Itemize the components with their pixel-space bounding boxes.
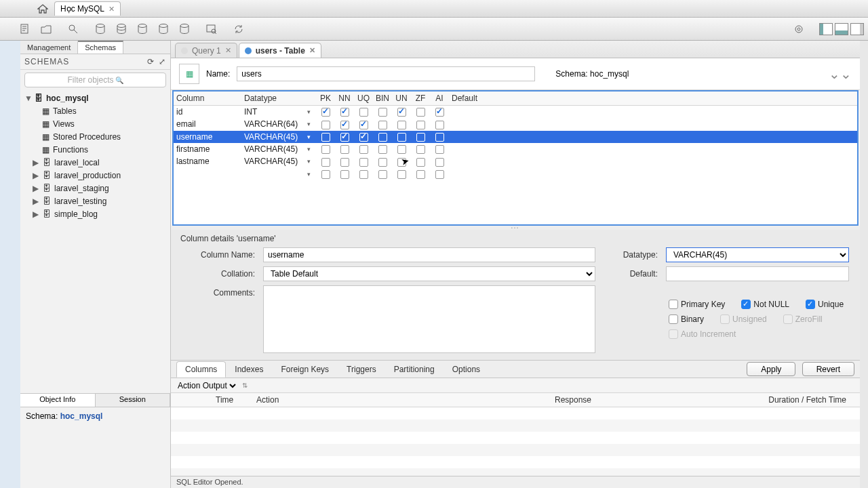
checkbox-nn[interactable] (340, 108, 349, 117)
db-icon-2[interactable] (112, 20, 131, 38)
checkbox-bin[interactable] (378, 121, 387, 129)
table-name-input[interactable] (237, 66, 535, 81)
flag-not-null[interactable]: Not NULL (741, 300, 789, 309)
apply-button[interactable]: Apply (747, 362, 795, 376)
checkbox-uq[interactable] (359, 133, 368, 142)
column-row-lastname[interactable]: lastnameVARCHAR(45)▾ (174, 155, 857, 167)
checkbox-pk[interactable] (321, 145, 330, 154)
checkbox-uq[interactable] (359, 158, 368, 167)
checkbox-bin[interactable] (378, 133, 387, 142)
editor-bottom-tab-indexes[interactable]: Indexes (226, 361, 272, 378)
editor-bottom-tab-columns[interactable]: Columns (176, 361, 226, 378)
action-output-body[interactable] (171, 407, 860, 476)
tree-node-views[interactable]: ▦Views (20, 117, 170, 130)
schema-node-laravel_testing[interactable]: ▶🗄laravel_testing (20, 195, 170, 207)
search-table-icon[interactable] (202, 20, 221, 38)
close-icon[interactable]: ✕ (309, 46, 315, 55)
columns-table[interactable]: ColumnDatatypePKNNUQBINUNZFAIDefault idI… (172, 90, 859, 226)
settings-icon[interactable] (789, 20, 808, 38)
checkbox-ai[interactable] (435, 133, 444, 142)
inspector-icon[interactable] (64, 20, 83, 38)
schema-tree[interactable]: ▼ 🗄 hoc_mysql ▦Tables ▦Views ▦Stored Pro… (20, 90, 170, 393)
column-row-firstname[interactable]: firstnameVARCHAR(45)▾ (174, 143, 857, 155)
checkbox-pk[interactable] (321, 158, 330, 167)
editor-tab-query1[interactable]: Query 1 ✕ (175, 43, 237, 58)
checkbox-un[interactable] (397, 133, 406, 142)
schema-node-laravel_staging[interactable]: ▶🗄laravel_staging (20, 182, 170, 195)
checkbox-ai[interactable] (435, 145, 444, 154)
default-input[interactable] (666, 266, 849, 281)
editor-bottom-tab-options[interactable]: Options (443, 361, 489, 378)
checkbox-un[interactable] (397, 145, 406, 154)
schema-node-hoc_mysql[interactable]: ▼ 🗄 hoc_mysql (20, 92, 170, 104)
reconnect-icon[interactable] (229, 20, 248, 38)
schema-node-simple_blog[interactable]: ▶🗄simple_blog (20, 207, 170, 220)
tree-node-tables[interactable]: ▦Tables (20, 104, 170, 117)
checkbox-uq[interactable] (359, 145, 368, 154)
column-row-email[interactable]: emailVARCHAR(64)▾ (174, 118, 857, 130)
checkbox-zf[interactable] (416, 121, 425, 129)
collation-select[interactable]: Table Default (263, 266, 595, 281)
editor-bottom-tab-foreign-keys[interactable]: Foreign Keys (272, 361, 338, 378)
checkbox-un[interactable] (397, 158, 406, 167)
editor-bottom-tab-partitioning[interactable]: Partitioning (385, 361, 443, 378)
db-icon-1[interactable] (91, 20, 110, 38)
checkbox-nn[interactable] (340, 121, 349, 129)
checkbox-zf[interactable] (416, 133, 425, 142)
checkbox-uq[interactable] (359, 121, 368, 129)
checkbox-bin[interactable] (378, 145, 387, 154)
checkbox-un[interactable] (397, 121, 406, 129)
sidebar-tab-management[interactable]: Management (20, 41, 78, 54)
editor-tab-users-table[interactable]: users - Table ✕ (239, 43, 321, 58)
checkbox-pk[interactable] (321, 108, 330, 117)
checkbox-zf[interactable] (416, 145, 425, 154)
open-sql-icon[interactable] (37, 20, 56, 38)
flag-binary[interactable]: Binary (669, 314, 704, 324)
checkbox-pk[interactable] (321, 133, 330, 142)
checkbox-ai[interactable] (435, 121, 444, 129)
column-name-input[interactable] (263, 247, 595, 262)
flag-unique[interactable]: Unique (806, 300, 844, 309)
sidebar-tab-session[interactable]: Session (96, 394, 171, 407)
schema-node-laravel_local[interactable]: ▶🗄laravel_local (20, 156, 170, 169)
toggle-output-icon[interactable] (835, 23, 848, 35)
sidebar-tab-schemas[interactable]: Schemas (78, 41, 123, 54)
revert-button[interactable]: Revert (802, 362, 854, 376)
close-icon[interactable]: ✕ (225, 46, 231, 55)
checkbox-ai[interactable] (435, 108, 444, 117)
checkbox-bin[interactable] (378, 158, 387, 167)
column-row-id[interactable]: idINT▾ (174, 106, 857, 119)
schema-node-laravel_production[interactable]: ▶🗄laravel_production (20, 169, 170, 182)
checkbox-bin[interactable] (378, 108, 387, 117)
db-icon-5[interactable] (175, 20, 194, 38)
column-row-new[interactable]: ▾ (174, 168, 857, 180)
checkbox-zf[interactable] (416, 108, 425, 117)
checkbox-uq[interactable] (359, 108, 368, 117)
toggle-secondary-icon[interactable] (850, 23, 864, 35)
checkbox-pk[interactable] (321, 121, 330, 129)
filter-objects-input[interactable]: Filter objects 🔍 (24, 73, 166, 87)
sidebar-tab-object-info[interactable]: Object Info (20, 394, 96, 407)
new-sql-icon[interactable] (16, 20, 35, 38)
checkbox-ai[interactable] (435, 158, 444, 167)
tree-node-functions[interactable]: ▦Functions (20, 143, 170, 156)
db-icon-3[interactable] (133, 20, 152, 38)
chevron-down-icon[interactable]: ⌄⌄ (829, 66, 852, 82)
toggle-sidebar-icon[interactable] (819, 23, 833, 35)
action-output-selector[interactable]: Action Output (175, 380, 238, 391)
tree-node-stored-procedures[interactable]: ▦Stored Procedures (20, 130, 170, 143)
checkbox-nn[interactable] (340, 133, 349, 142)
close-icon[interactable]: ✕ (108, 5, 115, 14)
db-icon-4[interactable] (154, 20, 173, 38)
checkbox-nn[interactable] (340, 145, 349, 154)
comments-textarea[interactable] (263, 285, 595, 353)
checkbox-zf[interactable] (416, 158, 425, 167)
home-icon[interactable] (34, 2, 52, 16)
column-row-username[interactable]: usernameVARCHAR(45)▾ (174, 131, 857, 143)
expand-icon[interactable]: ⤢ (159, 57, 166, 66)
refresh-icon[interactable]: ⟳ (147, 57, 155, 66)
flag-primary-key[interactable]: Primary Key (669, 300, 725, 309)
datatype-select[interactable]: VARCHAR(45) (666, 247, 849, 262)
checkbox-nn[interactable] (340, 158, 349, 167)
checkbox-un[interactable] (397, 108, 406, 117)
